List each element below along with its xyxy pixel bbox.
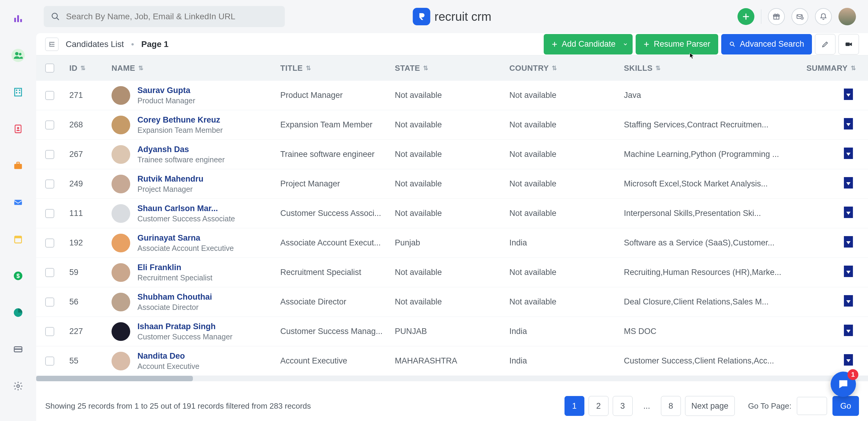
- candidate-name[interactable]: Adyansh Das: [137, 145, 225, 154]
- goto-label: Go To Page:: [748, 401, 792, 411]
- row-checkbox[interactable]: [45, 357, 54, 365]
- candidate-role: Expansion Team Member: [137, 126, 223, 135]
- sidebar-item-reports[interactable]: [11, 306, 25, 319]
- gift-button[interactable]: [768, 8, 785, 25]
- sidebar-item-companies[interactable]: [11, 86, 25, 99]
- sidebar-item-billing[interactable]: [11, 343, 25, 356]
- search-box[interactable]: [44, 6, 285, 27]
- advanced-search-button[interactable]: Advanced Search: [721, 34, 812, 55]
- cell-id: 267: [69, 150, 112, 159]
- sidebar-item-jobs[interactable]: [11, 159, 25, 172]
- download-icon[interactable]: [844, 354, 853, 365]
- list-toggle-button[interactable]: [45, 38, 59, 51]
- cell-title: Associate Director: [280, 297, 395, 306]
- candidate-avatar: [112, 145, 130, 164]
- th-summary[interactable]: SUMMARY⇅: [793, 64, 859, 73]
- row-checkbox[interactable]: [45, 297, 54, 306]
- svg-rect-16: [15, 236, 22, 238]
- download-icon[interactable]: [844, 118, 853, 129]
- cell-id: 111: [69, 209, 112, 218]
- resume-parser-button[interactable]: Resume Parser: [636, 34, 718, 55]
- download-icon[interactable]: [844, 148, 853, 159]
- edit-columns-button[interactable]: [815, 34, 835, 55]
- select-all-checkbox[interactable]: [45, 64, 54, 72]
- bell-button[interactable]: [815, 8, 832, 25]
- candidate-role: Account Executive: [137, 362, 199, 371]
- table-row[interactable]: 55 Nandita Deo Account Executive Account…: [36, 346, 868, 376]
- next-page-button[interactable]: Next page: [685, 396, 735, 416]
- row-checkbox[interactable]: [45, 238, 54, 248]
- cell-country: India: [509, 356, 624, 365]
- candidate-name[interactable]: Gurinayat Sarna: [137, 233, 234, 243]
- table-row[interactable]: 56 Shubham Chouthai Associate Director A…: [36, 287, 868, 317]
- sidebar-item-mail[interactable]: [11, 196, 25, 209]
- th-state[interactable]: STATE⇅: [395, 64, 509, 73]
- download-icon[interactable]: [844, 266, 853, 277]
- svg-rect-8: [16, 92, 17, 93]
- sidebar-item-calendar[interactable]: [11, 232, 25, 246]
- add-button[interactable]: [738, 8, 754, 25]
- mail-notif-button[interactable]: [792, 8, 808, 25]
- search-icon: [51, 12, 60, 21]
- th-country[interactable]: COUNTRY⇅: [509, 64, 624, 73]
- svg-rect-9: [19, 92, 20, 93]
- download-icon[interactable]: [844, 325, 853, 336]
- candidate-name[interactable]: Saurav Gupta: [137, 86, 195, 95]
- download-icon[interactable]: [844, 236, 853, 248]
- table-row[interactable]: 268 Corey Bethune Kreuz Expansion Team M…: [36, 110, 868, 140]
- candidate-avatar: [112, 204, 130, 223]
- add-candidate-dropdown[interactable]: [618, 34, 632, 55]
- go-button[interactable]: Go: [832, 396, 859, 416]
- candidate-name[interactable]: Shaun Carlson Mar...: [137, 204, 235, 213]
- row-checkbox[interactable]: [45, 121, 54, 129]
- download-icon[interactable]: [844, 177, 853, 189]
- cell-title: Customer Success Associ...: [280, 209, 395, 218]
- row-checkbox[interactable]: [45, 150, 54, 159]
- row-checkbox[interactable]: [45, 180, 54, 189]
- add-candidate-button[interactable]: Add Candidate: [544, 34, 621, 55]
- th-name[interactable]: NAME⇅: [112, 64, 280, 73]
- sidebar-item-deals[interactable]: $: [11, 269, 25, 283]
- table-row[interactable]: 227 Ishaan Pratap Singh Customer Success…: [36, 317, 868, 346]
- chat-fab[interactable]: 1: [831, 371, 856, 397]
- table-row[interactable]: 59 Eli Franklin Recruitment Specialist R…: [36, 258, 868, 287]
- cell-title: Associate Account Execut...: [280, 238, 395, 248]
- row-checkbox[interactable]: [45, 327, 54, 336]
- sidebar-item-settings[interactable]: [11, 380, 25, 393]
- sidebar-item-contacts[interactable]: [11, 122, 25, 135]
- video-button[interactable]: [838, 34, 859, 55]
- download-icon[interactable]: [844, 295, 853, 306]
- row-checkbox[interactable]: [45, 91, 54, 100]
- th-skills[interactable]: SKILLS⇅: [624, 64, 793, 73]
- candidate-role: Customer Success Associate: [137, 215, 235, 223]
- table-row[interactable]: 192 Gurinayat Sarna Associate Account Ex…: [36, 228, 868, 258]
- goto-input[interactable]: [797, 397, 827, 415]
- table-row[interactable]: 111 Shaun Carlson Mar... Customer Succes…: [36, 199, 868, 228]
- page-button-3[interactable]: 3: [613, 396, 632, 416]
- candidate-name[interactable]: Eli Franklin: [137, 263, 213, 272]
- download-icon[interactable]: [844, 89, 853, 100]
- th-id[interactable]: ID⇅: [69, 64, 112, 73]
- candidate-name[interactable]: Nandita Deo: [137, 351, 199, 361]
- table-row[interactable]: 249 Rutvik Mahendru Project Manager Proj…: [36, 169, 868, 199]
- candidate-name[interactable]: Ishaan Pratap Singh: [137, 322, 232, 331]
- page-button-8[interactable]: 8: [661, 396, 681, 416]
- row-checkbox[interactable]: [45, 209, 54, 218]
- page-button-2[interactable]: 2: [589, 396, 609, 416]
- candidate-name[interactable]: Rutvik Mahendru: [137, 174, 204, 184]
- sidebar-item-analytics[interactable]: [11, 12, 25, 25]
- cell-id: 192: [69, 238, 112, 248]
- table-row[interactable]: 267 Adyansh Das Trainee software enginee…: [36, 140, 868, 169]
- page-button-1[interactable]: 1: [564, 396, 584, 416]
- candidate-name[interactable]: Corey Bethune Kreuz: [137, 115, 223, 125]
- th-title[interactable]: TITLE⇅: [280, 64, 395, 73]
- global-search-input[interactable]: [66, 12, 278, 21]
- row-checkbox[interactable]: [45, 268, 54, 277]
- user-avatar[interactable]: [838, 8, 856, 25]
- scrollbar-thumb[interactable]: [36, 376, 193, 381]
- table-row[interactable]: 271 Saurav Gupta Product Manager Product…: [36, 81, 868, 110]
- candidate-name[interactable]: Shubham Chouthai: [137, 292, 212, 302]
- sidebar-item-candidates[interactable]: [11, 49, 25, 62]
- horizontal-scrollbar[interactable]: [36, 376, 868, 381]
- download-icon[interactable]: [844, 206, 853, 218]
